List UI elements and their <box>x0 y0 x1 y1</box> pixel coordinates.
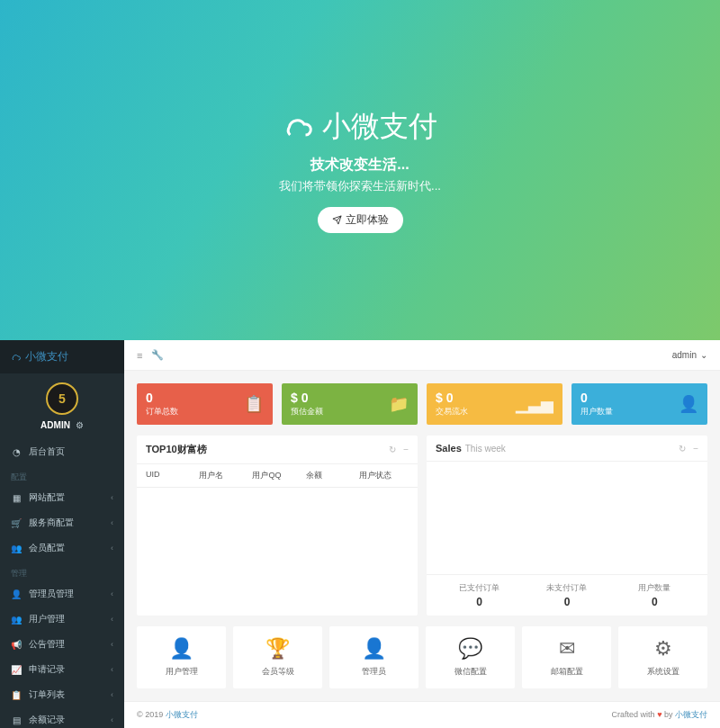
table-header-cell: 用户状态 <box>359 470 409 481</box>
sidebar-item[interactable]: 👤管理员管理‹ <box>0 581 124 607</box>
admin-icon: 👤 <box>362 637 386 661</box>
chevron-right-icon: ‹ <box>111 665 113 674</box>
shortcut-user[interactable]: 👤用户管理 <box>137 626 226 688</box>
avatar[interactable]: 5 <box>46 382 78 415</box>
panels-row: TOP10财富榜 ↻ − UID用户名用户QQ余额用户状态 SalesThis … <box>137 436 707 616</box>
panel-top10: TOP10财富榜 ↻ − UID用户名用户QQ余额用户状态 <box>137 436 418 616</box>
chevron-right-icon: ‹ <box>111 640 113 649</box>
sidebar-item[interactable]: 📢公告管理‹ <box>0 632 124 657</box>
gear-icon: ⚙ <box>654 637 672 661</box>
shortcut-wechat[interactable]: 💬微信配置 <box>426 626 515 688</box>
cart-icon: 🛒 <box>11 518 22 528</box>
table-body <box>137 488 418 616</box>
stat-cards-row: 0订单总数📋$ 0预估金额📁$ 0交易流水▁▃▅0用户数量👤 <box>137 383 707 425</box>
minimize-icon[interactable]: − <box>403 445 409 454</box>
stat-card[interactable]: $ 0预估金额📁 <box>282 383 418 425</box>
table-header-cell: 用户名 <box>199 470 248 481</box>
list-icon: 📋 <box>11 690 22 700</box>
stat-card[interactable]: 0订单总数📋 <box>137 383 273 425</box>
sidebar-item[interactable]: 👥用户管理‹ <box>0 607 124 632</box>
refresh-icon[interactable]: ↻ <box>389 445 396 454</box>
footer-metric: 已支付订单0 <box>436 582 523 608</box>
shortcut-mail[interactable]: ✉邮箱配置 <box>522 626 611 688</box>
sidebar-heading: 配置 <box>0 464 124 485</box>
table-header-cell: 余额 <box>306 470 356 481</box>
trophy-icon: 🏆 <box>266 637 290 661</box>
chevron-right-icon: ‹ <box>111 589 113 598</box>
wechat-icon: 💬 <box>458 637 482 661</box>
gauge-icon: ◔ <box>11 447 22 457</box>
footer-metric: 用户数量0 <box>611 582 698 608</box>
table-header-cell: UID <box>146 470 195 481</box>
chevron-right-icon: ‹ <box>111 615 113 624</box>
clipboard-icon: 📋 <box>244 394 264 414</box>
panel-title: SalesThis week <box>436 443 506 454</box>
bar-icon: ▤ <box>11 715 22 725</box>
cloud-icon <box>11 352 22 363</box>
footer-brand-link[interactable]: 小微支付 <box>675 710 707 719</box>
footer-right: Crafted with ♥ by 小微支付 <box>612 709 707 721</box>
mail-icon: ✉ <box>559 637 575 661</box>
chevron-down-icon: ⌄ <box>700 350 707 360</box>
sidebar-item[interactable]: 👥会员配置‹ <box>0 535 124 561</box>
stat-card[interactable]: $ 0交易流水▁▃▅ <box>427 383 562 425</box>
sidebar-username: ADMIN <box>40 420 70 430</box>
sidebar-item[interactable]: 📋订单列表‹ <box>0 682 124 707</box>
table-header-row: UID用户名用户QQ余额用户状态 <box>137 464 418 488</box>
hero-subtitle: 我们将带领你探索生活新时代... <box>279 178 441 194</box>
chevron-right-icon: ‹ <box>111 493 113 502</box>
chart-icon: 📈 <box>11 665 22 675</box>
folder-icon: 📁 <box>389 394 409 414</box>
panel-sales: SalesThis week ↻ − 已支付订单0未支付订单0用户数量0 <box>427 436 707 616</box>
shortcut-admin[interactable]: 👤管理员 <box>329 626 418 688</box>
sidebar-item-home[interactable]: ◔ 后台首页 <box>0 439 124 464</box>
content: 0订单总数📋$ 0预估金额📁$ 0交易流水▁▃▅0用户数量👤 TOP10财富榜 … <box>124 371 720 701</box>
panel-title: TOP10财富榜 <box>146 443 207 456</box>
sidebar-brand[interactable]: 小微支付 <box>0 340 124 373</box>
panel-footer: 已支付订单0未支付订单0用户数量0 <box>427 574 707 616</box>
user-icon: 👤 <box>679 394 698 414</box>
footer-left: © 2019 小微支付 <box>137 709 198 721</box>
bars-icon: ▁▃▅ <box>516 394 554 414</box>
sidebar-heading: 管理 <box>0 561 124 581</box>
sidebar-item[interactable]: ▤余额记录‹ <box>0 707 124 728</box>
hero-section: 小微支付 技术改变生活... 我们将带领你探索生活新时代... 立即体验 <box>0 0 720 340</box>
chevron-right-icon: ‹ <box>111 518 113 527</box>
table-header-cell: 用户QQ <box>252 470 302 481</box>
hero-brand: 小微支付 <box>283 107 437 147</box>
wrench-icon[interactable]: 🔧 <box>151 349 164 361</box>
minimize-icon[interactable]: − <box>693 444 698 454</box>
chart-body <box>427 462 707 574</box>
cloud-icon <box>283 111 315 143</box>
topbar: ≡ 🔧 admin ⌄ <box>124 340 720 371</box>
menu-toggle-icon[interactable]: ≡ <box>137 350 142 361</box>
chevron-right-icon: ‹ <box>111 690 113 699</box>
user-icon: 👤 <box>11 589 22 599</box>
users-icon: 👥 <box>11 544 22 553</box>
plane-icon <box>332 215 342 225</box>
sidebar-user: 5 ADMIN ⚙ <box>0 373 124 439</box>
shortcut-trophy[interactable]: 🏆会员等级 <box>233 626 322 688</box>
megaphone-icon: 📢 <box>11 640 22 650</box>
sidebar-item[interactable]: 📈申请记录‹ <box>0 657 124 682</box>
refresh-icon[interactable]: ↻ <box>679 444 686 454</box>
footer-brand-link[interactable]: 小微支付 <box>166 710 198 719</box>
hero-cta-button[interactable]: 立即体验 <box>318 207 403 233</box>
footer: © 2019 小微支付 Crafted with ♥ by 小微支付 <box>124 701 720 728</box>
shortcuts-row: 👤用户管理🏆会员等级👤管理员💬微信配置✉邮箱配置⚙系统设置 <box>137 626 707 688</box>
chevron-right-icon: ‹ <box>111 544 113 553</box>
gear-icon[interactable]: ⚙ <box>76 420 84 430</box>
hero-tagline: 技术改变生活... <box>310 156 409 175</box>
footer-metric: 未支付订单0 <box>523 582 610 608</box>
topbar-user-menu[interactable]: admin ⌄ <box>672 350 707 360</box>
admin-app: 小微支付 5 ADMIN ⚙ ◔ 后台首页 配置▦网站配置‹🛒服务商配置‹👥会员… <box>0 340 720 728</box>
sidebar-item[interactable]: 🛒服务商配置‹ <box>0 510 124 535</box>
grid-icon: ▦ <box>11 493 22 503</box>
shortcut-gear[interactable]: ⚙系统设置 <box>618 626 707 688</box>
stat-card[interactable]: 0用户数量👤 <box>572 383 707 425</box>
main-area: ≡ 🔧 admin ⌄ 0订单总数📋$ 0预估金额📁$ 0交易流水▁▃▅0用户数… <box>124 340 720 728</box>
sidebar: 小微支付 5 ADMIN ⚙ ◔ 后台首页 配置▦网站配置‹🛒服务商配置‹👥会员… <box>0 340 124 728</box>
sidebar-item[interactable]: ▦网站配置‹ <box>0 485 124 510</box>
user-icon: 👤 <box>169 637 194 661</box>
chevron-right-icon: ‹ <box>111 715 113 724</box>
